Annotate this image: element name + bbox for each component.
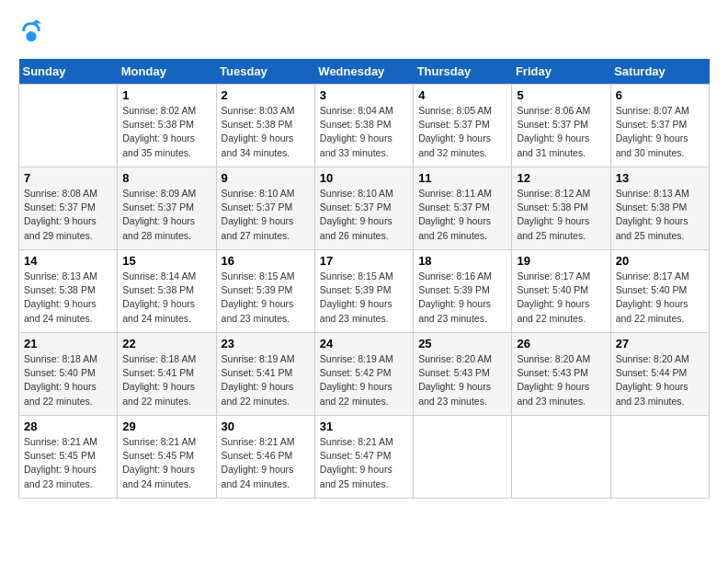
day-info: Sunrise: 8:21 AM Sunset: 5:45 PM Dayligh…: [122, 435, 210, 491]
day-number: 11: [418, 171, 506, 185]
calendar-cell: 29Sunrise: 8:21 AM Sunset: 5:45 PM Dayli…: [118, 416, 216, 499]
weekday-header-row: SundayMondayTuesdayWednesdayThursdayFrid…: [19, 59, 710, 85]
calendar-week-row: 28Sunrise: 8:21 AM Sunset: 5:45 PM Dayli…: [19, 416, 710, 499]
calendar-cell: 3Sunrise: 8:04 AM Sunset: 5:38 PM Daylig…: [314, 85, 413, 167]
calendar-cell: 28Sunrise: 8:21 AM Sunset: 5:45 PM Dayli…: [19, 416, 118, 499]
day-number: 7: [24, 171, 112, 185]
day-number: 26: [517, 337, 605, 350]
calendar-cell: 2Sunrise: 8:03 AM Sunset: 5:38 PM Daylig…: [216, 85, 314, 167]
calendar-cell: [414, 416, 512, 499]
day-number: 23: [222, 337, 310, 350]
day-number: 3: [320, 88, 408, 102]
weekday-header: Tuesday: [216, 59, 314, 85]
calendar-cell: 21Sunrise: 8:18 AM Sunset: 5:40 PM Dayli…: [19, 333, 118, 416]
logo-icon: [18, 18, 44, 44]
calendar-cell: 25Sunrise: 8:20 AM Sunset: 5:43 PM Dayli…: [414, 333, 512, 416]
day-info: Sunrise: 8:10 AM Sunset: 5:37 PM Dayligh…: [320, 187, 408, 243]
day-info: Sunrise: 8:06 AM Sunset: 5:37 PM Dayligh…: [517, 104, 605, 160]
day-number: 21: [24, 337, 112, 350]
day-info: Sunrise: 8:15 AM Sunset: 5:39 PM Dayligh…: [320, 270, 408, 326]
day-info: Sunrise: 8:16 AM Sunset: 5:39 PM Dayligh…: [418, 270, 506, 326]
day-info: Sunrise: 8:13 AM Sunset: 5:38 PM Dayligh…: [24, 270, 112, 326]
logo: [18, 18, 46, 44]
day-number: 19: [517, 254, 605, 268]
calendar-week-row: 21Sunrise: 8:18 AM Sunset: 5:40 PM Dayli…: [19, 333, 710, 416]
weekday-header: Wednesday: [314, 59, 413, 85]
day-number: 4: [418, 88, 506, 102]
weekday-header: Sunday: [19, 59, 118, 85]
calendar-cell: 20Sunrise: 8:17 AM Sunset: 5:40 PM Dayli…: [610, 250, 709, 333]
day-info: Sunrise: 8:14 AM Sunset: 5:38 PM Dayligh…: [122, 270, 210, 326]
calendar-cell: 1Sunrise: 8:02 AM Sunset: 5:38 PM Daylig…: [118, 85, 216, 167]
day-number: 2: [222, 88, 310, 102]
day-number: 30: [222, 419, 310, 433]
weekday-header: Friday: [512, 59, 610, 85]
day-number: 6: [616, 88, 704, 102]
day-info: Sunrise: 8:21 AM Sunset: 5:47 PM Dayligh…: [320, 435, 408, 491]
day-info: Sunrise: 8:18 AM Sunset: 5:41 PM Dayligh…: [122, 352, 210, 408]
calendar-cell: 8Sunrise: 8:09 AM Sunset: 5:37 PM Daylig…: [118, 167, 216, 250]
day-number: 28: [24, 419, 112, 433]
svg-point-0: [26, 31, 36, 41]
calendar-cell: 15Sunrise: 8:14 AM Sunset: 5:38 PM Dayli…: [118, 250, 216, 333]
day-number: 18: [418, 254, 506, 268]
day-info: Sunrise: 8:20 AM Sunset: 5:44 PM Dayligh…: [616, 352, 704, 408]
day-info: Sunrise: 8:15 AM Sunset: 5:39 PM Dayligh…: [222, 270, 310, 326]
calendar-cell: 7Sunrise: 8:08 AM Sunset: 5:37 PM Daylig…: [19, 167, 118, 250]
day-number: 29: [122, 419, 210, 433]
day-number: 20: [616, 254, 704, 268]
day-info: Sunrise: 8:12 AM Sunset: 5:38 PM Dayligh…: [517, 187, 605, 243]
calendar-cell: 9Sunrise: 8:10 AM Sunset: 5:37 PM Daylig…: [216, 167, 314, 250]
day-number: 25: [418, 337, 506, 350]
day-info: Sunrise: 8:02 AM Sunset: 5:38 PM Dayligh…: [122, 104, 210, 160]
calendar-cell: [19, 85, 118, 167]
day-info: Sunrise: 8:21 AM Sunset: 5:45 PM Dayligh…: [24, 435, 112, 491]
day-number: 13: [616, 171, 704, 185]
weekday-header: Monday: [118, 59, 216, 85]
day-info: Sunrise: 8:05 AM Sunset: 5:37 PM Dayligh…: [418, 104, 506, 160]
day-info: Sunrise: 8:04 AM Sunset: 5:38 PM Dayligh…: [320, 104, 408, 160]
calendar-cell: 22Sunrise: 8:18 AM Sunset: 5:41 PM Dayli…: [118, 333, 216, 416]
day-info: Sunrise: 8:17 AM Sunset: 5:40 PM Dayligh…: [517, 270, 605, 326]
day-info: Sunrise: 8:13 AM Sunset: 5:38 PM Dayligh…: [616, 187, 704, 243]
day-info: Sunrise: 8:03 AM Sunset: 5:38 PM Dayligh…: [222, 104, 310, 160]
day-number: 24: [320, 337, 408, 350]
calendar-cell: 10Sunrise: 8:10 AM Sunset: 5:37 PM Dayli…: [314, 167, 413, 250]
day-number: 31: [320, 419, 408, 433]
day-info: Sunrise: 8:20 AM Sunset: 5:43 PM Dayligh…: [418, 352, 506, 408]
calendar-cell: 11Sunrise: 8:11 AM Sunset: 5:37 PM Dayli…: [414, 167, 512, 250]
day-number: 1: [122, 88, 210, 102]
calendar-cell: [512, 416, 610, 499]
calendar-cell: 27Sunrise: 8:20 AM Sunset: 5:44 PM Dayli…: [610, 333, 709, 416]
calendar-cell: 18Sunrise: 8:16 AM Sunset: 5:39 PM Dayli…: [414, 250, 512, 333]
day-number: 15: [122, 254, 210, 268]
day-number: 8: [122, 171, 210, 185]
day-number: 9: [222, 171, 310, 185]
calendar-cell: 16Sunrise: 8:15 AM Sunset: 5:39 PM Dayli…: [216, 250, 314, 333]
page-header: [18, 18, 710, 44]
calendar-cell: 14Sunrise: 8:13 AM Sunset: 5:38 PM Dayli…: [19, 250, 118, 333]
day-number: 14: [24, 254, 112, 268]
day-info: Sunrise: 8:08 AM Sunset: 5:37 PM Dayligh…: [24, 187, 112, 243]
day-number: 27: [616, 337, 704, 350]
calendar-cell: 6Sunrise: 8:07 AM Sunset: 5:37 PM Daylig…: [610, 85, 709, 167]
calendar-cell: 24Sunrise: 8:19 AM Sunset: 5:42 PM Dayli…: [314, 333, 413, 416]
calendar-cell: 12Sunrise: 8:12 AM Sunset: 5:38 PM Dayli…: [512, 167, 610, 250]
calendar-week-row: 14Sunrise: 8:13 AM Sunset: 5:38 PM Dayli…: [19, 250, 710, 333]
calendar-week-row: 1Sunrise: 8:02 AM Sunset: 5:38 PM Daylig…: [19, 85, 710, 167]
day-info: Sunrise: 8:17 AM Sunset: 5:40 PM Dayligh…: [616, 270, 704, 326]
calendar-cell: 30Sunrise: 8:21 AM Sunset: 5:46 PM Dayli…: [216, 416, 314, 499]
day-number: 10: [320, 171, 408, 185]
calendar-cell: 31Sunrise: 8:21 AM Sunset: 5:47 PM Dayli…: [314, 416, 413, 499]
day-number: 16: [222, 254, 310, 268]
calendar-cell: 13Sunrise: 8:13 AM Sunset: 5:38 PM Dayli…: [610, 167, 709, 250]
calendar-cell: 17Sunrise: 8:15 AM Sunset: 5:39 PM Dayli…: [314, 250, 413, 333]
calendar-cell: 23Sunrise: 8:19 AM Sunset: 5:41 PM Dayli…: [216, 333, 314, 416]
day-info: Sunrise: 8:07 AM Sunset: 5:37 PM Dayligh…: [616, 104, 704, 160]
day-number: 5: [517, 88, 605, 102]
day-info: Sunrise: 8:19 AM Sunset: 5:41 PM Dayligh…: [222, 352, 310, 408]
calendar-week-row: 7Sunrise: 8:08 AM Sunset: 5:37 PM Daylig…: [19, 167, 710, 250]
weekday-header: Thursday: [414, 59, 512, 85]
day-info: Sunrise: 8:21 AM Sunset: 5:46 PM Dayligh…: [222, 435, 310, 491]
day-info: Sunrise: 8:09 AM Sunset: 5:37 PM Dayligh…: [122, 187, 210, 243]
